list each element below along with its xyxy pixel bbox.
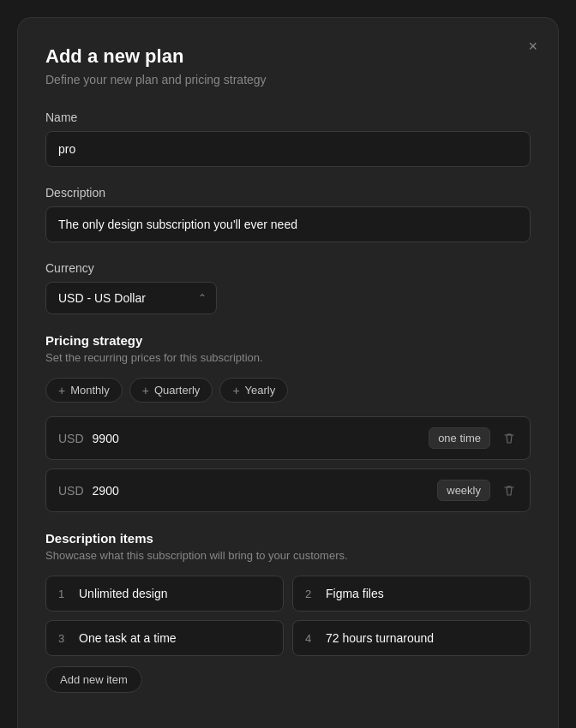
name-input[interactable] (45, 131, 531, 167)
delete-button-1[interactable] (501, 430, 518, 447)
list-item-2: 2 Figma files (292, 576, 531, 612)
item-text-2: Figma files (326, 587, 384, 600)
add-item-button[interactable]: Add new item (45, 666, 142, 693)
tag-monthly[interactable]: + Monthly (45, 378, 123, 403)
modal-subtitle: Define your new plan and pricing strateg… (45, 73, 531, 87)
plus-icon-monthly: + (58, 385, 65, 397)
list-item-3: 3 One task at a time (45, 620, 284, 656)
pricing-tags-container: + Monthly + Quarterly + Yearly (45, 378, 531, 403)
price-amount-2: 2900 (93, 484, 438, 498)
description-label: Description (45, 186, 531, 200)
pricing-subtitle: Set the recurring prices for this subscr… (45, 351, 531, 364)
price-row-1: USD 9900 one time (45, 416, 531, 460)
currency-select-wrapper: USD - US Dollar EUR - Euro GBP - British… (45, 282, 217, 314)
price-amount-1: 9900 (93, 432, 429, 445)
description-items-section: Description items Showcase what this sub… (45, 531, 531, 713)
item-number-1: 1 (58, 588, 70, 600)
currency-field-group: Currency USD - US Dollar EUR - Euro GBP … (45, 261, 531, 314)
item-text-1: Unlimited design (79, 587, 168, 600)
pricing-strategy-section: Pricing strategy Set the recurring price… (45, 333, 531, 512)
price-currency-1: USD (58, 432, 84, 445)
modal-container: × Add a new plan Define your new plan an… (17, 17, 559, 728)
delete-button-2[interactable] (501, 482, 518, 499)
item-number-3: 3 (58, 632, 70, 645)
description-field-group: Description (45, 186, 531, 242)
tag-monthly-label: Monthly (70, 384, 110, 397)
tag-yearly-label: Yearly (245, 384, 276, 397)
price-currency-2: USD (58, 484, 84, 498)
description-items-subtitle: Showcase what this subscription will bri… (45, 549, 531, 562)
description-input[interactable] (45, 206, 531, 242)
list-item-1: 1 Unlimited design (45, 576, 284, 612)
price-row-2: USD 2900 weekly (45, 468, 531, 512)
currency-select[interactable]: USD - US Dollar EUR - Euro GBP - British… (45, 282, 217, 314)
name-field-group: Name (45, 110, 531, 167)
add-item-label: Add new item (60, 673, 128, 686)
price-period-2: weekly (437, 480, 490, 501)
item-number-4: 4 (305, 632, 317, 645)
pricing-title: Pricing strategy (45, 333, 531, 348)
modal-title: Add a new plan (45, 45, 531, 68)
modal-overlay: × Add a new plan Define your new plan an… (0, 0, 576, 728)
items-grid: 1 Unlimited design 2 Figma files 3 One t… (45, 576, 531, 656)
close-button[interactable]: × (525, 35, 541, 57)
trash-icon-2 (502, 484, 516, 498)
item-text-3: One task at a time (79, 631, 177, 645)
currency-label: Currency (45, 261, 531, 275)
list-item-4: 4 72 hours turnaround (292, 620, 531, 656)
description-items-title: Description items (45, 531, 531, 546)
plus-icon-yearly: + (232, 385, 239, 397)
trash-icon-1 (502, 432, 516, 445)
plus-icon-quarterly: + (142, 385, 149, 397)
item-number-2: 2 (305, 588, 317, 600)
price-period-1: one time (429, 427, 490, 449)
tag-yearly[interactable]: + Yearly (219, 378, 288, 403)
name-label: Name (45, 110, 531, 124)
item-text-4: 72 hours turnaround (326, 631, 434, 645)
tag-quarterly-label: Quarterly (154, 384, 200, 397)
tag-quarterly[interactable]: + Quarterly (129, 378, 213, 403)
